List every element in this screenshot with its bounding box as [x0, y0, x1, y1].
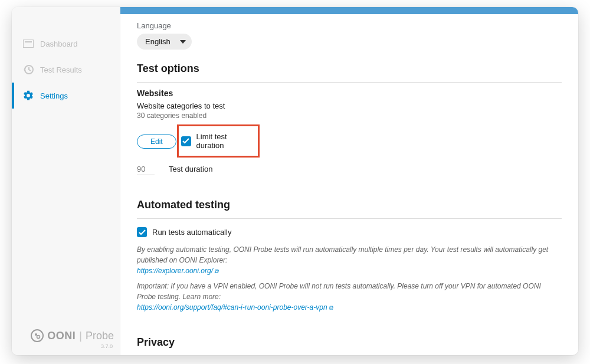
sidebar-item-label: Settings	[40, 91, 68, 100]
svg-point-3	[35, 333, 37, 336]
chevron-down-icon	[180, 40, 186, 44]
sidebar-item-label: Test Results	[40, 65, 82, 74]
section-privacy: Privacy	[137, 336, 562, 352]
website-categories-label: Website categories to test	[137, 101, 562, 110]
history-icon	[22, 64, 34, 76]
external-link-icon: ⧉	[329, 304, 333, 311]
dashboard-icon	[22, 38, 34, 50]
version-text: 3.7.0	[101, 343, 113, 349]
language-field: Language English	[137, 21, 562, 50]
vpn-faq-link[interactable]: https://ooni.org/support/faq/#can-i-run-…	[137, 303, 327, 311]
test-duration-row: Test duration	[137, 163, 562, 175]
divider	[137, 82, 562, 83]
brand-probe: Probe	[86, 330, 114, 342]
edit-categories-button[interactable]: Edit	[137, 135, 176, 149]
divider	[137, 218, 562, 219]
sidebar-item-label: Dashboard	[40, 40, 78, 48]
ooni-logo-icon	[31, 329, 44, 342]
app-window: Dashboard Test Results Settings OONI	[12, 7, 578, 355]
top-color-bar	[120, 7, 578, 14]
brand-logo-text: OONI | Probe	[31, 329, 114, 342]
brand-ooni: OONI	[47, 330, 76, 342]
language-selected: English	[145, 37, 171, 46]
checkbox-checked-icon	[181, 136, 191, 146]
svg-point-4	[37, 336, 40, 339]
external-link-icon: ⧉	[214, 268, 218, 274]
gear-icon	[22, 90, 34, 101]
checkbox-checked-icon	[137, 227, 147, 237]
run-tests-auto-checkbox-row[interactable]: Run tests automatically	[137, 225, 562, 240]
svg-rect-0	[23, 40, 34, 48]
svg-rect-1	[25, 41, 32, 42]
auto-testing-note-1: By enabling automatic testing, OONI Prob…	[137, 244, 562, 276]
sidebar: Dashboard Test Results Settings OONI	[12, 7, 120, 355]
auto-testing-note-2: Important: If you have a VPN enabled, OO…	[137, 281, 562, 313]
section-automated-testing: Automated testing	[137, 199, 562, 215]
sidebar-footer: OONI | Probe 3.7.0	[12, 329, 120, 350]
limit-duration-highlight: Limit test duration	[177, 124, 260, 158]
sidebar-item-dashboard[interactable]: Dashboard	[12, 31, 120, 57]
limit-duration-checkbox-row[interactable]: Limit test duration	[181, 130, 253, 152]
brand-separator: |	[79, 330, 82, 342]
language-dropdown[interactable]: English	[137, 34, 192, 50]
section-test-options: Test options	[137, 63, 562, 78]
sidebar-item-settings[interactable]: Settings	[12, 83, 120, 109]
sidebar-item-test-results[interactable]: Test Results	[12, 57, 120, 83]
websites-subhead: Websites	[137, 88, 562, 98]
test-duration-label: Test duration	[169, 165, 212, 173]
settings-content: Language English Test options Websites W…	[120, 7, 578, 355]
website-categories-count: 30 categories enabled	[137, 112, 562, 120]
sidebar-nav: Dashboard Test Results Settings	[12, 31, 120, 109]
explorer-link[interactable]: https://explorer.ooni.org/	[137, 267, 213, 275]
run-tests-auto-label: Run tests automatically	[152, 228, 231, 237]
test-duration-input[interactable]	[137, 163, 155, 175]
limit-duration-label: Limit test duration	[196, 132, 253, 150]
language-label: Language	[137, 21, 562, 30]
